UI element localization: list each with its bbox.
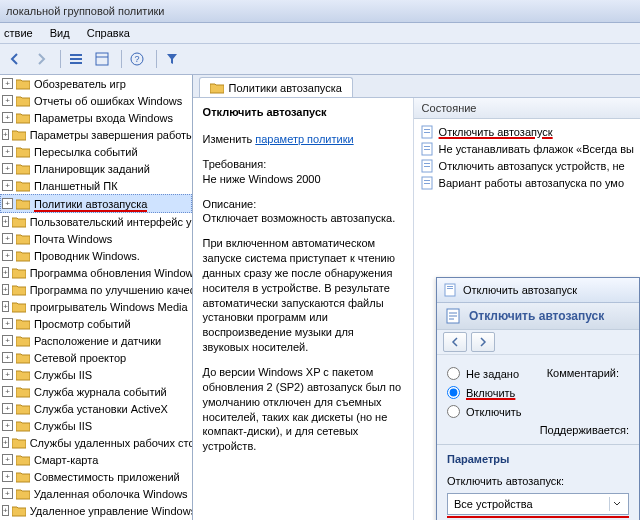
devices-combo[interactable]: Все устройства bbox=[447, 493, 629, 515]
requirements: Требования: Не ниже Windows 2000 bbox=[203, 157, 403, 187]
tree-item[interactable]: +Параметры завершения работы bbox=[0, 126, 192, 143]
radio-enabled[interactable]: Включить bbox=[447, 386, 629, 399]
expand-icon[interactable]: + bbox=[2, 180, 13, 191]
tree-item[interactable]: +Планировщик заданий bbox=[0, 160, 192, 177]
setting-dialog: Отключить автозапуск Отключить автозапус… bbox=[436, 277, 640, 520]
setting-label: Вариант работы автозапуска по умо bbox=[439, 177, 624, 189]
setting-row[interactable]: Не устанавливать флажок «Всегда вы bbox=[420, 140, 634, 157]
tree-item[interactable]: +Расположение и датчики bbox=[0, 332, 192, 349]
expand-icon[interactable]: + bbox=[2, 198, 13, 209]
tree-label: Удаленное управление Windows bbox=[30, 505, 193, 517]
expand-icon[interactable]: + bbox=[2, 386, 13, 397]
expand-icon[interactable]: + bbox=[2, 488, 13, 499]
expand-icon[interactable]: + bbox=[2, 284, 9, 295]
tree-item[interactable]: +Сетевой проектор bbox=[0, 349, 192, 366]
edit-link-row: Изменить параметр политики bbox=[203, 132, 403, 147]
tree-item[interactable]: +Службы удаленных рабочих столов bbox=[0, 434, 192, 451]
next-setting-button[interactable] bbox=[471, 332, 495, 352]
menu-help[interactable]: Справка bbox=[87, 27, 130, 39]
tree-label: Пересылка событий bbox=[34, 146, 138, 158]
comment-label: Комментарий: bbox=[547, 367, 619, 379]
expand-icon[interactable]: + bbox=[2, 352, 13, 363]
list-button[interactable] bbox=[65, 48, 87, 70]
edit-policy-link[interactable]: параметр политики bbox=[255, 133, 353, 145]
expand-icon[interactable]: + bbox=[2, 369, 13, 380]
tree-item[interactable]: +Почта Windows bbox=[0, 230, 192, 247]
tree-item[interactable]: +Программа обновления Windows Ar bbox=[0, 264, 192, 281]
expand-icon[interactable]: + bbox=[2, 301, 9, 312]
tree-label: Планировщик заданий bbox=[34, 163, 150, 175]
setting-row[interactable]: Отключить автозапуск устройств, не bbox=[420, 157, 634, 174]
tree-item[interactable]: +Программа по улучшению качества bbox=[0, 281, 192, 298]
tab-current[interactable]: Политики автозапуска bbox=[199, 77, 353, 97]
tree-item[interactable]: +Политики автозапуска bbox=[0, 194, 192, 213]
forward-button[interactable] bbox=[30, 48, 52, 70]
expand-icon[interactable]: + bbox=[2, 233, 13, 244]
svg-rect-0 bbox=[70, 54, 82, 56]
radio-disabled[interactable]: Отключить bbox=[447, 405, 629, 418]
window-title: локальной групповой политики bbox=[0, 0, 640, 23]
tree-label: Обозреватель игр bbox=[34, 78, 126, 90]
edit-prefix: Изменить bbox=[203, 133, 256, 145]
svg-rect-2 bbox=[70, 62, 82, 64]
policy-icon bbox=[420, 159, 434, 173]
expand-icon[interactable]: + bbox=[2, 163, 13, 174]
tree-label: Сетевой проектор bbox=[34, 352, 126, 364]
expand-icon[interactable]: + bbox=[2, 216, 9, 227]
expand-icon[interactable]: + bbox=[2, 318, 13, 329]
tree-item[interactable]: +Пересылка событий bbox=[0, 143, 192, 160]
tree-item[interactable]: +Параметры входа Windows bbox=[0, 109, 192, 126]
expand-icon[interactable]: + bbox=[2, 505, 9, 516]
dialog-nav bbox=[437, 330, 639, 355]
svg-rect-21 bbox=[447, 288, 453, 289]
setting-row[interactable]: Вариант работы автозапуска по умо bbox=[420, 174, 634, 191]
folder-icon bbox=[12, 267, 26, 279]
expand-icon[interactable]: + bbox=[2, 112, 13, 123]
folder-icon bbox=[16, 112, 30, 124]
tree-item[interactable]: +Совместимость приложений bbox=[0, 468, 192, 485]
tree-item[interactable]: +Службы IIS bbox=[0, 366, 192, 383]
expand-icon[interactable]: + bbox=[2, 250, 13, 261]
dialog-title: Отключить автозапуск bbox=[463, 284, 577, 296]
expand-icon[interactable]: + bbox=[2, 335, 13, 346]
svg-rect-17 bbox=[424, 180, 430, 181]
menu-view[interactable]: Вид bbox=[50, 27, 70, 39]
prev-setting-button[interactable] bbox=[443, 332, 467, 352]
tree-item[interactable]: +Пользовательский интерфейс учетн bbox=[0, 213, 192, 230]
expand-icon[interactable]: + bbox=[2, 146, 13, 157]
folder-icon bbox=[16, 403, 30, 415]
expand-icon[interactable]: + bbox=[2, 437, 9, 448]
expand-icon[interactable]: + bbox=[2, 471, 13, 482]
tree-item[interactable]: +Службы IIS bbox=[0, 417, 192, 434]
tree-item[interactable]: +Смарт-карта bbox=[0, 451, 192, 468]
dialog-body: Комментарий: Не задано Включить Отключит… bbox=[437, 355, 639, 520]
expand-icon[interactable]: + bbox=[2, 78, 13, 89]
details-button[interactable] bbox=[91, 48, 113, 70]
expand-icon[interactable]: + bbox=[2, 454, 13, 465]
tree-item[interactable]: +Планшетный ПК bbox=[0, 177, 192, 194]
expand-icon[interactable]: + bbox=[2, 129, 9, 140]
tree-item[interactable]: +Удаленная оболочка Windows bbox=[0, 485, 192, 502]
tree-item[interactable]: +Обозреватель игр bbox=[0, 75, 192, 92]
expand-icon[interactable]: + bbox=[2, 95, 13, 106]
tree-item[interactable]: +Служба журнала событий bbox=[0, 383, 192, 400]
tree-item[interactable]: +Отчеты об ошибках Windows bbox=[0, 92, 192, 109]
help-button[interactable]: ? bbox=[126, 48, 148, 70]
tree-item[interactable]: +проигрыватель Windows Media bbox=[0, 298, 192, 315]
filter-button[interactable] bbox=[161, 48, 183, 70]
expand-icon[interactable]: + bbox=[2, 420, 13, 431]
expand-icon[interactable]: + bbox=[2, 403, 13, 414]
setting-row[interactable]: Отключить автозапуск bbox=[420, 123, 634, 140]
tree-item[interactable]: +Просмотр событий bbox=[0, 315, 192, 332]
tree-label: Параметры завершения работы bbox=[30, 129, 193, 141]
folder-icon bbox=[16, 454, 30, 466]
column-header-state[interactable]: Состояние bbox=[414, 98, 640, 119]
tree-pane[interactable]: +Обозреватель игр+Отчеты об ошибках Wind… bbox=[0, 75, 193, 520]
tree-item[interactable]: +Проводник Windows. bbox=[0, 247, 192, 264]
back-button[interactable] bbox=[4, 48, 26, 70]
tree-label: Проводник Windows. bbox=[34, 250, 140, 262]
tree-item[interactable]: +Удаленное управление Windows bbox=[0, 502, 192, 519]
tree-item[interactable]: +Служба установки ActiveX bbox=[0, 400, 192, 417]
expand-icon[interactable]: + bbox=[2, 267, 9, 278]
menu-action[interactable]: ствие bbox=[4, 27, 33, 39]
